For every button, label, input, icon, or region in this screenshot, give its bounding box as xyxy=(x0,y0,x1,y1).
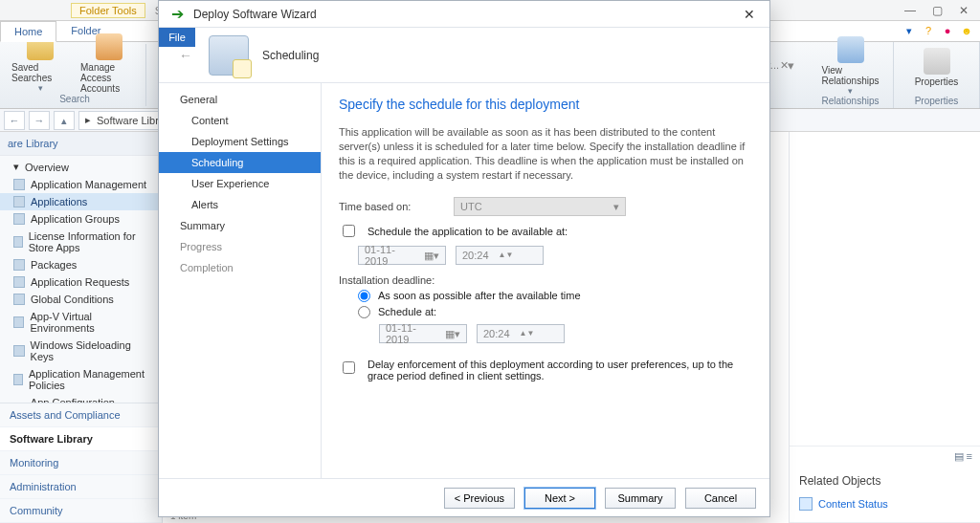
time-based-row: Time based on: UTC ▾ xyxy=(339,197,752,216)
summary-button[interactable]: Summary xyxy=(605,488,676,509)
close-button[interactable]: ✕ xyxy=(951,2,976,19)
deadline-schedule-row: Schedule at: xyxy=(358,306,752,318)
wizard-main: Specify the schedule for this deployment… xyxy=(322,83,769,478)
nav-app-requests[interactable]: Application Requests xyxy=(0,273,162,291)
nav-item-label: Global Conditions xyxy=(31,294,114,305)
nav-item-label: License Information for Store Apps xyxy=(29,230,152,253)
next-button[interactable]: Next > xyxy=(524,488,595,509)
nav-tree: ▾Overview Application Management Applica… xyxy=(0,156,162,403)
step-scheduling[interactable]: Scheduling xyxy=(159,152,321,173)
nav-up-button[interactable]: ▴ xyxy=(54,111,75,130)
wizard-header-step: Scheduling xyxy=(262,49,319,62)
workspace-monitoring[interactable]: Monitoring xyxy=(0,451,162,475)
step-completion[interactable]: Completion xyxy=(159,257,321,278)
minimize-button[interactable]: — xyxy=(898,2,923,19)
time-based-value: UTC xyxy=(460,201,482,212)
properties-icon xyxy=(924,48,950,75)
nav-overview[interactable]: ▾Overview xyxy=(0,158,162,176)
properties-button[interactable]: Properties xyxy=(908,48,966,87)
related-objects: Related Objects Content Status xyxy=(790,467,980,523)
time-based-label: Time based on: xyxy=(339,201,444,212)
notify-icon[interactable]: ● xyxy=(940,23,955,38)
workspace-assets[interactable]: Assets and Compliance xyxy=(0,403,162,427)
saved-searches-button[interactable]: Saved Searches ▾ xyxy=(11,33,69,93)
wizard-footer: < Previous Next > Summary Cancel xyxy=(159,478,769,516)
view-switch[interactable]: ▤ ≡ xyxy=(790,446,980,467)
deadline-datetime-row: 01-11-2019 ▦▾ 20:24 ▲▼ xyxy=(339,324,752,343)
caret-icon[interactable]: ▾ xyxy=(902,23,917,38)
wizard-close-button[interactable]: ✕ xyxy=(737,7,762,22)
delay-enforcement-label: Delay enforcement of this deployment acc… xyxy=(368,359,752,381)
folder-icon xyxy=(13,196,25,207)
nav-app-mgmt-policies[interactable]: Application Management Policies xyxy=(0,365,162,394)
chevron-down-icon[interactable]: ▾ xyxy=(783,58,798,73)
ribbon-group-properties: Properties Properties xyxy=(894,42,980,108)
help-icon[interactable]: ? xyxy=(921,23,936,38)
schedule-available-checkbox[interactable] xyxy=(343,225,355,237)
chevron-icon: ▾ xyxy=(13,161,19,173)
spinner-icon: ▲▼ xyxy=(499,252,510,258)
ribbon-group-search-label: Search xyxy=(59,94,90,104)
wizard-back-icon[interactable]: ← xyxy=(176,48,195,63)
nav-application-groups[interactable]: Application Groups xyxy=(0,210,162,228)
deadline-asap-radio[interactable] xyxy=(358,290,370,302)
workspace-admin[interactable]: Administration xyxy=(0,475,162,499)
available-date-input: 01-11-2019 ▦▾ xyxy=(358,246,446,265)
step-content[interactable]: Content xyxy=(159,110,321,131)
nav-forward-button[interactable]: → xyxy=(29,111,50,130)
nav-item-label: Application Groups xyxy=(31,213,120,225)
nav-item-label: App-V Virtual Environments xyxy=(30,311,152,334)
workspace-software[interactable]: Software Library xyxy=(0,427,162,451)
nav-overview-label: Overview xyxy=(25,162,69,173)
deploy-arrow-icon: ➔ xyxy=(167,4,188,25)
wizard-body: General Content Deployment Settings Sche… xyxy=(159,83,769,478)
manage-access-button[interactable]: Manage Access Accounts xyxy=(80,33,138,94)
tab-home[interactable]: Home xyxy=(0,21,56,42)
deadline-schedule-radio[interactable] xyxy=(358,306,370,318)
wizard-file-button[interactable]: File xyxy=(159,28,195,47)
workspace-community[interactable]: Community xyxy=(0,499,162,523)
chevron-down-icon: ▾ xyxy=(38,83,43,93)
nav-global-conditions[interactable]: Global Conditions xyxy=(0,291,162,308)
delay-enforcement-checkbox[interactable] xyxy=(343,361,355,374)
package-icon xyxy=(799,497,813,511)
step-general[interactable]: General xyxy=(159,89,321,110)
content-status-link[interactable]: Content Status xyxy=(790,493,980,514)
view-relationships-button[interactable]: View Relationships ▾ xyxy=(822,36,880,96)
wizard-title: Deploy Software Wizard xyxy=(193,8,317,21)
workspace-switcher: Assets and Compliance Software Library M… xyxy=(0,403,162,523)
deploy-software-wizard: ➔ Deploy Software Wizard ✕ File ← Schedu… xyxy=(158,0,770,517)
step-deployment-settings[interactable]: Deployment Settings xyxy=(159,131,321,152)
step-user-experience[interactable]: User Experience xyxy=(159,173,321,194)
deadline-date-input: 01-11-2019 ▦▾ xyxy=(379,324,467,343)
maximize-button[interactable]: ▢ xyxy=(924,2,949,19)
manage-access-icon xyxy=(96,33,122,60)
nav-app-config-policies[interactable]: App Configuration Policies xyxy=(0,394,162,403)
right-details-pane: ▤ ≡ Related Objects Content Status xyxy=(789,132,980,523)
nav-back-button[interactable]: ← xyxy=(4,111,25,130)
available-time-value: 20:24 xyxy=(462,250,489,261)
help-icons: ▾ ? ● ☻ xyxy=(902,23,974,38)
nav-packages[interactable]: Packages xyxy=(0,256,162,273)
previous-button[interactable]: < Previous xyxy=(444,488,515,509)
step-summary[interactable]: Summary xyxy=(159,215,321,236)
window-controls: — ▢ ✕ xyxy=(898,2,976,19)
deadline-schedule-label: Schedule at: xyxy=(378,306,436,317)
nav-item-label: Windows Sideloading Keys xyxy=(31,339,152,362)
step-progress[interactable]: Progress xyxy=(159,236,321,257)
nav-appv[interactable]: App-V Virtual Environments xyxy=(0,308,162,337)
wizard-page-title: Specify the schedule for this deployment xyxy=(339,97,752,112)
properties-label: Properties xyxy=(915,76,959,87)
nav-applications[interactable]: Applications xyxy=(0,193,162,210)
feedback-icon[interactable]: ☻ xyxy=(959,23,974,38)
step-alerts[interactable]: Alerts xyxy=(159,194,321,215)
available-datetime-row: 01-11-2019 ▦▾ 20:24 ▲▼ xyxy=(339,246,752,265)
nav-app-management[interactable]: Application Management xyxy=(0,176,162,193)
deadline-date-value: 01-11-2019 xyxy=(386,322,439,345)
nav-license-info[interactable]: License Information for Store Apps xyxy=(0,228,162,256)
ribbon-group-relationships: View Relationships ▾ Relationships xyxy=(808,42,894,108)
nav-sideloading[interactable]: Windows Sideloading Keys xyxy=(0,337,162,365)
wizard-header: File ← Scheduling xyxy=(159,28,769,83)
wizard-titlebar[interactable]: ➔ Deploy Software Wizard ✕ xyxy=(159,1,769,28)
cancel-button[interactable]: Cancel xyxy=(685,488,756,509)
